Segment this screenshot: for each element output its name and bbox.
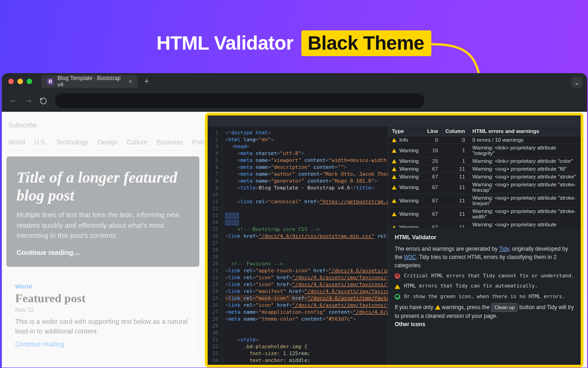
error-row[interactable]: Warning6711Warning: <svg> proprietary at… bbox=[388, 181, 581, 194]
headline-highlight: Black Theme bbox=[301, 30, 432, 56]
warning-icon bbox=[392, 149, 396, 153]
help-intro: The errors and warnings are generated by… bbox=[395, 245, 574, 270]
headline-prefix: HTML Validator bbox=[157, 32, 294, 54]
error-row[interactable]: Warning251Warning: <link> proprietary at… bbox=[388, 157, 581, 165]
close-window-icon[interactable] bbox=[8, 79, 14, 84]
cleanup-button[interactable]: Clean up bbox=[491, 303, 518, 312]
panel-topbar bbox=[208, 115, 581, 126]
info-icon bbox=[392, 138, 396, 142]
help-bullet-fixable: HTML errors that Tidy can fix automatica… bbox=[395, 282, 574, 290]
tidy-link[interactable]: Tidy bbox=[499, 246, 509, 252]
help-bullet-ok: Or show the green icon, when there is no… bbox=[395, 293, 574, 301]
warning-icon bbox=[392, 199, 396, 203]
back-button[interactable]: ← bbox=[8, 96, 17, 106]
other-icons-label: Other icons bbox=[395, 320, 574, 328]
minimize-window-icon[interactable] bbox=[17, 79, 23, 84]
forward-button[interactable]: → bbox=[24, 96, 33, 106]
warning-icon bbox=[392, 175, 396, 179]
help-bullet-critical: Critical HTML errors that Tidy cannot fi… bbox=[395, 272, 574, 280]
errors-table[interactable]: Type Line Column HTML errors and warning… bbox=[388, 126, 581, 228]
line-number-gutter: 1234567891011121314151617181920212223242… bbox=[208, 126, 222, 365]
error-row[interactable]: Warning6711Warning: <svg> proprietary at… bbox=[388, 173, 581, 181]
col-column[interactable]: Column bbox=[442, 126, 469, 136]
new-tab-button[interactable]: + bbox=[142, 77, 151, 86]
validator-help-panel: HTML Validator The errors and warnings a… bbox=[388, 228, 581, 365]
error-row[interactable]: Warning6711Warning: <svg> proprietary at… bbox=[388, 194, 581, 207]
error-row[interactable]: Info000 errors / 10 warnings bbox=[388, 136, 581, 144]
tab-strip: B Blog Template · Bootstrap v4 × + ⌄ bbox=[2, 73, 587, 90]
validator-panel: 1234567891011121314151617181920212223242… bbox=[205, 113, 583, 368]
source-code-pane[interactable]: 1234567891011121314151617181920212223242… bbox=[208, 126, 388, 365]
warning-icon bbox=[392, 212, 396, 216]
error-icon bbox=[395, 273, 400, 279]
close-tab-icon[interactable]: × bbox=[129, 78, 132, 85]
error-row[interactable]: Warning161Warning: <link> proprietary at… bbox=[388, 144, 581, 157]
col-message[interactable]: HTML errors and warnings bbox=[469, 126, 581, 136]
col-type[interactable]: Type bbox=[388, 126, 422, 136]
validator-results-pane: Type Line Column HTML errors and warning… bbox=[388, 126, 581, 365]
warning-icon bbox=[395, 284, 400, 289]
promo-headline: HTML Validator Black Theme bbox=[0, 30, 588, 56]
ok-icon bbox=[395, 294, 400, 299]
warning-icon bbox=[392, 185, 396, 190]
maximize-window-icon[interactable] bbox=[27, 79, 32, 84]
error-row[interactable]: Warning6711Warning: <svg> proprietary at… bbox=[388, 221, 581, 228]
warning-icon bbox=[392, 159, 396, 163]
help-footer: If you have only warnings, press the Cle… bbox=[395, 303, 574, 320]
warning-icon bbox=[435, 305, 441, 310]
browser-tab[interactable]: B Blog Template · Bootstrap v4 × bbox=[41, 75, 138, 88]
browser-toolbar: ← → bbox=[2, 90, 587, 112]
address-bar[interactable] bbox=[55, 93, 424, 108]
error-row[interactable]: Warning6711Warning: <svg> proprietary at… bbox=[388, 165, 581, 173]
browser-menu-icon[interactable]: ⌄ bbox=[571, 77, 582, 88]
source-code[interactable]: <!doctype html><html lang="en"> <head> <… bbox=[222, 126, 388, 365]
reload-button[interactable] bbox=[40, 97, 49, 105]
help-title: HTML Validator bbox=[395, 233, 574, 242]
w3c-link[interactable]: W3C bbox=[404, 254, 416, 260]
favicon-icon: B bbox=[47, 78, 54, 85]
warning-icon bbox=[392, 167, 396, 171]
tab-title: Blog Template · Bootstrap v4 bbox=[57, 75, 125, 88]
traffic-lights bbox=[8, 79, 32, 84]
col-line[interactable]: Line bbox=[423, 126, 442, 136]
error-row[interactable]: Warning6711Warning: <svg> proprietary at… bbox=[388, 207, 581, 221]
